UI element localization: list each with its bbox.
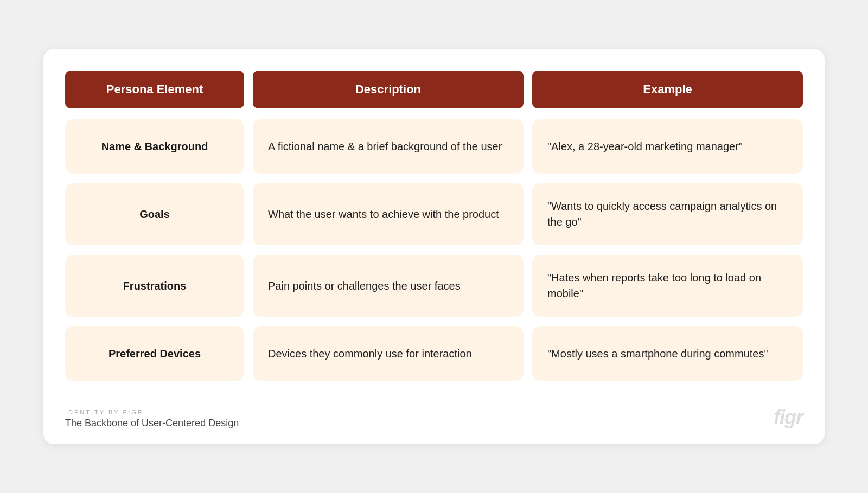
main-card: Persona Element Description Example Name…	[43, 49, 825, 444]
footer-left: IDENTITY BY FIGR The Backbone of User-Ce…	[65, 409, 239, 429]
footer-brand: IDENTITY BY FIGR	[65, 409, 239, 415]
example-preferred-devices: "Mostly uses a smartphone during commute…	[532, 326, 803, 381]
header-example: Example	[532, 71, 803, 108]
footer-tagline: The Backbone of User-Centered Design	[65, 418, 239, 429]
label-name-background: Name & Background	[65, 119, 244, 174]
header-row: Persona Element Description Example	[65, 71, 803, 108]
desc-name-background: A fictional name & a brief background of…	[253, 119, 524, 174]
desc-frustrations: Pain points or challenges the user faces	[253, 255, 524, 317]
row-goals: Goals What the user wants to achieve wit…	[65, 183, 803, 245]
row-name-background: Name & Background A fictional name & a b…	[65, 119, 803, 174]
header-description: Description	[253, 71, 524, 108]
footer: IDENTITY BY FIGR The Backbone of User-Ce…	[65, 394, 803, 444]
table: Persona Element Description Example Name…	[65, 71, 803, 381]
example-name-background: "Alex, a 28-year-old marketing manager"	[532, 119, 803, 174]
row-frustrations: Frustrations Pain points or challenges t…	[65, 255, 803, 317]
label-goals: Goals	[65, 183, 244, 245]
header-persona-element: Persona Element	[65, 71, 244, 108]
footer-logo: figr	[774, 406, 803, 429]
example-frustrations: "Hates when reports take too long to loa…	[532, 255, 803, 317]
label-frustrations: Frustrations	[65, 255, 244, 317]
example-goals: "Wants to quickly access campaign analyt…	[532, 183, 803, 245]
row-preferred-devices: Preferred Devices Devices they commonly …	[65, 326, 803, 381]
desc-goals: What the user wants to achieve with the …	[253, 183, 524, 245]
label-preferred-devices: Preferred Devices	[65, 326, 244, 381]
desc-preferred-devices: Devices they commonly use for interactio…	[253, 326, 524, 381]
